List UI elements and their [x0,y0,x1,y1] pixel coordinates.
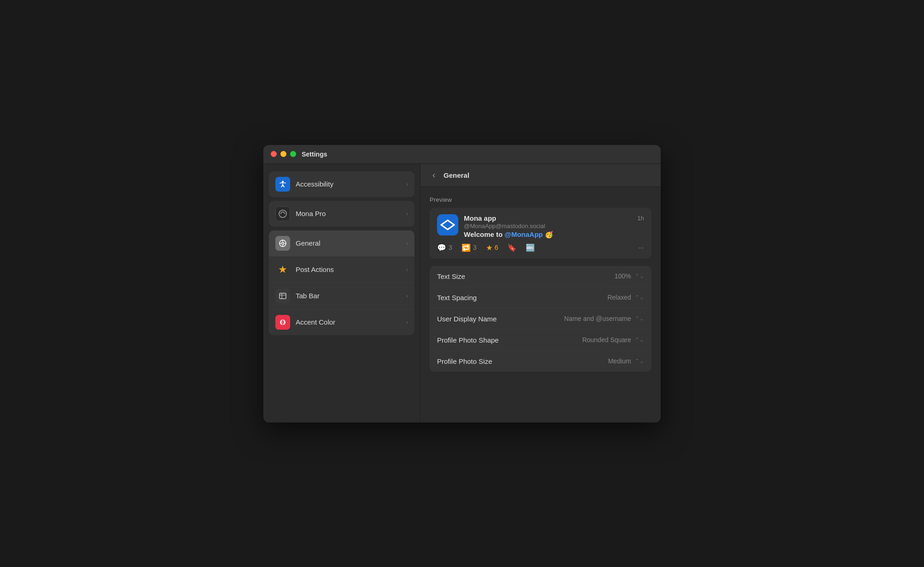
general-label: General [296,239,406,247]
profile-photo-shape-value: Rounded Square [582,336,631,344]
postactions-label: Post Actions [296,265,406,273]
sidebar-item-tabbar[interactable]: Tab Bar › [269,283,414,309]
accessibility-chevron: › [406,181,408,187]
main-header: ‹ General [420,164,661,187]
monapro-chevron: › [406,211,408,217]
tabbar-label: Tab Bar [296,292,406,300]
main-content: Preview Mona app 1h [420,187,661,381]
preview-action-retweet: 🔁 3 [462,243,477,252]
preview-label: Preview [430,196,651,203]
main-panel-title: General [444,171,469,179]
maximize-button[interactable] [290,151,296,157]
general-icon [278,239,287,248]
sidebar-item-accentcolor[interactable]: Accent Color › [269,309,414,335]
star-count: 6 [495,244,498,251]
svg-point-0 [282,181,284,182]
preview-username: @MonaApp@mastodon.social [464,223,644,229]
sidebar: Accessibility › Mona Pro › [263,164,420,422]
star-icon: ★ [486,243,492,252]
preview-text-mention: @MonaApp [505,230,543,238]
svg-rect-8 [280,293,286,299]
preview-info: Mona app 1h @MonaApp@mastodon.social Wel… [464,214,644,239]
settings-row-profile-photo-shape[interactable]: Profile Photo Shape Rounded Square ⌃⌄ [430,330,651,351]
retweet-count: 3 [473,244,477,251]
preview-post-text: Welcome to @MonaApp 🥳 [464,230,644,239]
monapro-icon-bg [275,206,290,221]
preview-time: 1h [638,215,644,222]
accentcolor-chevron: › [406,319,408,326]
accentcolor-icon [278,318,287,327]
text-size-stepper[interactable]: ⌃⌄ [635,273,644,279]
text-spacing-label: Text Spacing [437,294,608,302]
traffic-lights [271,151,296,157]
sidebar-group-3: General › ★ Post Actions › [269,230,414,335]
settings-rows: Text Size 100% ⌃⌄ Text Spacing Relaxed ⌃… [430,266,651,372]
accentcolor-icon-bg [275,315,290,330]
postactions-icon-bg: ★ [275,262,290,277]
settings-window: Settings Accessibility [263,145,661,422]
sidebar-group-2: Mona Pro › [269,201,414,227]
sidebar-group-1: Accessibility › [269,171,414,197]
settings-row-user-display-name[interactable]: User Display Name Name and @username ⌃⌄ [430,308,651,330]
retweet-icon: 🔁 [462,243,471,252]
monapro-icon [278,209,288,219]
tabbar-icon [278,291,287,301]
window-title: Settings [302,151,327,158]
general-chevron: › [406,240,408,247]
sidebar-item-postactions[interactable]: ★ Post Actions › [269,257,414,283]
close-button[interactable] [271,151,277,157]
svg-point-3 [282,242,284,244]
text-size-value: 100% [614,272,631,280]
comment-icon: 💬 [437,243,446,252]
profile-photo-size-stepper[interactable]: ⌃⌄ [635,358,644,364]
profile-photo-shape-stepper[interactable]: ⌃⌄ [635,337,644,343]
preview-action-bookmark: 🔖 [507,243,517,252]
translate-icon: 🔤 [526,243,535,252]
preview-text-emoji: 🥳 [543,230,553,238]
accessibility-label: Accessibility [296,180,406,188]
comment-count: 3 [449,244,452,251]
user-display-name-label: User Display Name [437,315,564,323]
postactions-star-icon: ★ [278,264,287,276]
preview-avatar [437,214,458,235]
preview-action-more[interactable]: ··· [638,244,644,251]
profile-photo-shape-label: Profile Photo Shape [437,336,582,344]
general-icon-bg [275,236,290,251]
minimize-button[interactable] [280,151,286,157]
sidebar-item-general[interactable]: General › [269,230,414,257]
preview-actions-bar: 💬 3 🔁 3 ★ 6 🔖 [437,243,644,252]
text-size-label: Text Size [437,272,614,280]
sidebar-item-accessibility[interactable]: Accessibility › [269,171,414,197]
tabbar-chevron: › [406,293,408,299]
text-spacing-value: Relaxed [608,294,631,301]
preview-card-header: Mona app 1h @MonaApp@mastodon.social Wel… [437,214,644,239]
text-spacing-stepper[interactable]: ⌃⌄ [635,294,644,301]
preview-text-welcome: Welcome to [464,230,505,238]
bookmark-icon: 🔖 [507,243,517,252]
user-display-name-value: Name and @username [564,315,631,322]
preview-account-name: Mona app [464,214,496,222]
preview-action-comment: 💬 3 [437,243,452,252]
tabbar-icon-bg [275,289,290,303]
sidebar-item-monapro[interactable]: Mona Pro › [269,201,414,227]
postactions-chevron: › [406,266,408,273]
settings-row-text-size[interactable]: Text Size 100% ⌃⌄ [430,266,651,287]
mona-app-avatar-icon [439,218,456,231]
svg-point-1 [279,210,286,217]
preview-name-row: Mona app 1h [464,214,644,222]
accentcolor-label: Accent Color [296,318,406,326]
content-area: Accessibility › Mona Pro › [263,164,661,422]
user-display-name-stepper[interactable]: ⌃⌄ [635,315,644,322]
titlebar: Settings [263,145,661,164]
profile-photo-size-label: Profile Photo Size [437,357,608,365]
accessibility-icon [278,180,287,189]
accessibility-icon-bg [275,177,290,192]
preview-action-star: ★ 6 [486,243,498,252]
back-button[interactable]: ‹ [430,169,438,181]
more-icon: ··· [638,244,644,251]
settings-row-profile-photo-size[interactable]: Profile Photo Size Medium ⌃⌄ [430,351,651,372]
settings-row-text-spacing[interactable]: Text Spacing Relaxed ⌃⌄ [430,287,651,308]
preview-card: Mona app 1h @MonaApp@mastodon.social Wel… [430,208,651,259]
preview-action-translate: 🔤 [526,243,535,252]
main-panel: ‹ General Preview [420,164,661,422]
